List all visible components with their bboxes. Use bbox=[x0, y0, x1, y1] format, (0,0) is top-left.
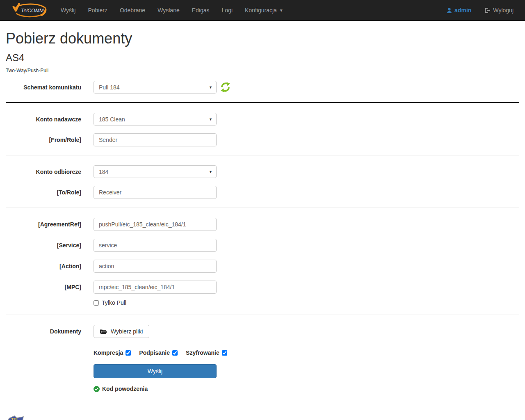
mpc-label: [MPC] bbox=[6, 284, 94, 290]
message-exchange-pattern: Two-Way/Push-Pull bbox=[6, 68, 519, 73]
choose-files-button[interactable]: Wybierz pliki bbox=[94, 325, 149, 338]
check-circle-icon bbox=[94, 386, 100, 392]
agreement-ref-input[interactable] bbox=[94, 218, 217, 231]
service-input[interactable] bbox=[94, 239, 217, 252]
sender-account-select[interactable]: 185 Clean bbox=[94, 113, 217, 126]
to-role-input[interactable] bbox=[94, 186, 217, 199]
option-szyfrowanie: Szyfrowanie bbox=[186, 349, 227, 356]
tylko-pull-label: Tylko Pull bbox=[102, 299, 126, 306]
szyfrowanie-checkbox[interactable] bbox=[222, 350, 227, 356]
tylko-pull-checkbox[interactable] bbox=[94, 300, 99, 306]
navbar: TelCOMM Wyślij Pobierz Odebrane Wysłane … bbox=[0, 0, 525, 21]
receiver-account-row: Konto odbiorcze 184 ▼ bbox=[6, 165, 519, 178]
folder-open-icon bbox=[100, 329, 107, 334]
nav-item-pobierz[interactable]: Pobierz bbox=[82, 0, 113, 21]
action-row: [Action] bbox=[6, 260, 519, 273]
send-button[interactable]: Wyślij bbox=[94, 364, 217, 378]
to-role-row: [To/Role] bbox=[6, 186, 519, 199]
nav-item-konfiguracja[interactable]: Konfiguracja ▼ bbox=[239, 0, 290, 21]
sender-account-label: Konto nadawcze bbox=[6, 116, 94, 123]
mpc-row: [MPC] bbox=[6, 281, 519, 294]
section-divider bbox=[6, 208, 519, 208]
mpc-input[interactable] bbox=[94, 281, 217, 294]
logout-button[interactable]: Wyloguj bbox=[479, 0, 518, 21]
service-label: [Service] bbox=[6, 242, 94, 249]
telster-logo: TEL STER bbox=[6, 415, 25, 420]
refresh-icon bbox=[220, 82, 231, 93]
from-role-row: [From/Role] bbox=[6, 133, 519, 146]
caret-down-icon: ▼ bbox=[279, 8, 283, 13]
refresh-button[interactable] bbox=[220, 82, 231, 93]
tylko-pull-row: Tylko Pull bbox=[94, 299, 519, 306]
success-status: Kod powodzenia bbox=[94, 386, 519, 392]
page-subtitle: AS4 bbox=[6, 52, 519, 64]
action-input[interactable] bbox=[94, 260, 217, 273]
podpisanie-checkbox[interactable] bbox=[172, 350, 178, 356]
schema-select[interactable]: Pull 184 bbox=[94, 81, 217, 94]
action-label: [Action] bbox=[6, 263, 94, 269]
to-role-label: [To/Role] bbox=[6, 189, 94, 196]
from-role-label: [From/Role] bbox=[6, 137, 94, 143]
main-nav: Wyślij Pobierz Odebrane Wysłane Edigas L… bbox=[55, 0, 290, 21]
telcomm-logo-icon: TelCOMM bbox=[10, 2, 50, 19]
footer: TEL STER © 2017 TEL-STER Sp. z o.o. bbox=[6, 413, 519, 420]
user-icon bbox=[446, 7, 452, 14]
documents-label: Dokumenty bbox=[6, 328, 94, 335]
from-role-input[interactable] bbox=[94, 133, 217, 146]
svg-text:TelCOMM: TelCOMM bbox=[21, 8, 44, 14]
documents-row: Dokumenty Wybierz pliki bbox=[6, 325, 519, 338]
telcomm-logo[interactable]: TelCOMM bbox=[0, 2, 55, 19]
section-divider bbox=[6, 155, 519, 155]
option-kompresja: Kompresja bbox=[94, 349, 131, 356]
service-row: [Service] bbox=[6, 239, 519, 252]
schema-label: Schemat komunikatu bbox=[6, 84, 94, 91]
success-label: Kod powodzenia bbox=[102, 386, 148, 392]
receiver-account-select[interactable]: 184 bbox=[94, 165, 217, 178]
nav-item-logi[interactable]: Logi bbox=[216, 0, 239, 21]
nav-item-odebrane[interactable]: Odebrane bbox=[114, 0, 151, 21]
agreement-ref-label: [AgreementRef] bbox=[6, 221, 94, 228]
username: admin bbox=[454, 7, 471, 14]
sender-account-row: Konto nadawcze 185 Clean ▼ bbox=[6, 113, 519, 126]
receiver-account-label: Konto odbiorcze bbox=[6, 169, 94, 175]
nav-item-wyslane[interactable]: Wysłane bbox=[151, 0, 186, 21]
section-divider-dark bbox=[6, 102, 519, 103]
logout-icon bbox=[484, 7, 491, 14]
user-menu[interactable]: admin bbox=[441, 0, 476, 21]
schema-row: Schemat komunikatu Pull 184 ▼ bbox=[6, 81, 519, 94]
nav-item-edigas[interactable]: Edigas bbox=[186, 0, 216, 21]
svg-text:TEL: TEL bbox=[11, 418, 19, 420]
main-content: Pobierz dokumenty AS4 Two-Way/Push-Pull … bbox=[0, 30, 525, 420]
page-title: Pobierz dokumenty bbox=[6, 30, 519, 47]
kompresja-checkbox[interactable] bbox=[126, 350, 131, 356]
footer-divider bbox=[6, 403, 519, 403]
option-podpisanie: Podpisanie bbox=[139, 349, 178, 356]
options-row: Kompresja Podpisanie Szyfrowanie bbox=[94, 349, 519, 356]
agreement-ref-row: [AgreementRef] bbox=[6, 218, 519, 231]
nav-item-wyslij[interactable]: Wyślij bbox=[55, 0, 82, 21]
section-divider bbox=[6, 315, 519, 315]
navbar-right: admin Wyloguj bbox=[441, 0, 525, 21]
